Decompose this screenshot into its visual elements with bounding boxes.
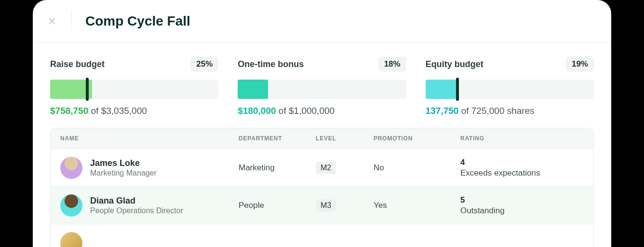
budget-of: of: [461, 106, 469, 116]
budget-bar-fill: [238, 80, 268, 99]
budget-of: of: [279, 106, 286, 116]
budget-pct: 18%: [378, 56, 406, 72]
level-pill: M2: [316, 162, 336, 174]
employees-table: NAME DEPARTMENT LEVEL PROMOTION RATING J…: [50, 128, 594, 247]
col-rating: RATING: [451, 135, 593, 142]
budget-foot: 137,750 of 725,000 shares: [426, 106, 594, 116]
cell-promotion: [364, 236, 451, 247]
header: Comp Cycle Fall: [33, 0, 611, 43]
cell-department: People: [229, 194, 306, 217]
budget-of: of: [91, 106, 99, 116]
table-row[interactable]: [51, 224, 593, 247]
cell-rating: [451, 236, 593, 247]
page-title: Comp Cycle Fall: [85, 14, 190, 29]
budget-bar[interactable]: [238, 80, 406, 99]
level-pill: M3: [316, 199, 336, 212]
budget-label: One-time bonus: [238, 59, 304, 69]
employee-title: Marketing Manager: [90, 169, 157, 178]
cell-name: James Loke Marketing Manager: [51, 150, 229, 186]
table-row[interactable]: Diana Glad People Operations Director Pe…: [51, 186, 593, 224]
employee-title: People Operations Director: [90, 206, 183, 215]
cell-promotion: Yes: [364, 194, 451, 217]
rating-score: 5: [460, 195, 584, 206]
budget-head: Raise budget 25%: [50, 56, 218, 72]
cell-name: Diana Glad People Operations Director: [51, 188, 229, 223]
table-header: NAME DEPARTMENT LEVEL PROMOTION RATING: [51, 128, 593, 149]
budget-bar-handle[interactable]: [86, 78, 89, 101]
budget-head: Equity budget 19%: [426, 56, 594, 72]
cell-name: [51, 225, 229, 247]
employee-name: Diana Glad: [90, 195, 183, 206]
budget-card: Equity budget 19% 137,750 of 725,000 sha…: [426, 56, 594, 116]
budget-label: Equity budget: [426, 59, 483, 69]
cell-promotion: No: [364, 156, 451, 179]
budget-used: $180,000: [238, 106, 276, 116]
cell-level: [306, 236, 364, 247]
budget-bar-fill: [426, 80, 457, 99]
col-promotion: PROMOTION: [364, 135, 451, 142]
rating-label: Outstanding: [460, 206, 584, 216]
table-row[interactable]: James Loke Marketing Manager Marketing M…: [51, 149, 593, 186]
cell-department: [229, 236, 306, 247]
budget-bar[interactable]: [426, 80, 594, 99]
avatar: [60, 194, 82, 217]
budget-used: 137,750: [426, 106, 459, 116]
budget-bar-handle[interactable]: [456, 78, 459, 101]
budget-label: Raise budget: [50, 59, 105, 69]
col-name: NAME: [51, 135, 229, 142]
budget-pct: 25%: [190, 56, 218, 72]
close-button[interactable]: [46, 12, 72, 31]
budget-card: One-time bonus 18% $180,000 of $1,000,00…: [238, 56, 406, 116]
budget-total: $3,035,000: [101, 106, 147, 116]
avatar: [60, 232, 82, 247]
avatar: [60, 157, 82, 179]
employee-name: James Loke: [90, 158, 157, 169]
budget-bar[interactable]: [50, 80, 218, 99]
close-icon: [48, 17, 56, 26]
cell-level: M3: [306, 192, 364, 219]
col-department: DEPARTMENT: [229, 135, 306, 142]
rating-score: 4: [460, 157, 584, 168]
col-level: LEVEL: [306, 135, 364, 142]
cell-rating: 5 Outstanding: [451, 188, 593, 222]
comp-cycle-card: Comp Cycle Fall Raise budget 25% $758,75…: [33, 0, 611, 247]
cell-rating: 4 Exceeds expectations: [451, 151, 593, 184]
budget-foot: $180,000 of $1,000,000: [238, 106, 406, 116]
budget-total: 725,000 shares: [471, 106, 535, 116]
budgets-row: Raise budget 25% $758,750 of $3,035,000 …: [33, 43, 611, 128]
cell-department: Marketing: [229, 156, 306, 179]
budget-foot: $758,750 of $3,035,000: [50, 106, 218, 116]
budget-head: One-time bonus 18%: [238, 56, 406, 72]
budget-pct: 19%: [566, 56, 594, 72]
budget-card: Raise budget 25% $758,750 of $3,035,000: [50, 56, 218, 116]
budget-used: $758,750: [50, 106, 88, 116]
rating-label: Exceeds expectations: [460, 168, 584, 178]
budget-total: $1,000,000: [289, 106, 335, 116]
cell-level: M2: [306, 155, 364, 181]
